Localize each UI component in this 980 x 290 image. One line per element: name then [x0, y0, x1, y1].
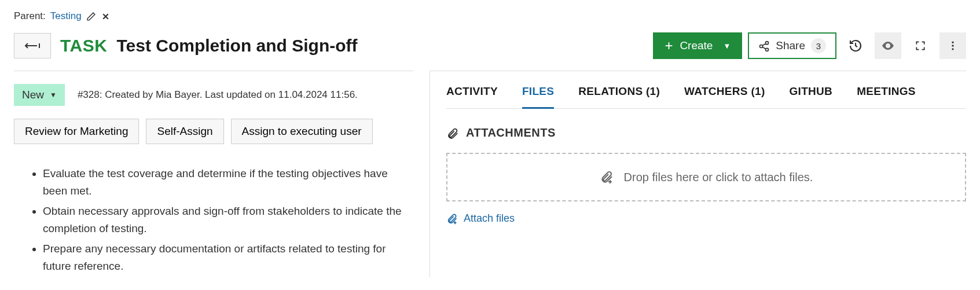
fullscreen-button[interactable] [907, 32, 934, 59]
create-button[interactable]: + Create ▼ [653, 32, 742, 59]
tab-meetings[interactable]: MEETINGS [857, 77, 916, 109]
share-count: 3 [811, 38, 826, 53]
share-button[interactable]: Share 3 [748, 32, 836, 59]
attachments-section: ATTACHMENTS Drop files here or click to … [446, 126, 966, 225]
status-dropdown[interactable]: New ▼ [14, 84, 65, 106]
header-actions: + Create ▼ Share 3 [653, 32, 966, 59]
attach-files-link[interactable]: Attach files [446, 212, 966, 224]
tab-activity[interactable]: ACTIVITY [446, 77, 498, 109]
dropzone[interactable]: Drop files here or click to attach files… [446, 153, 966, 202]
task-title: Test Completion and Sign-off [116, 36, 357, 56]
main-content: New ▼ #328: Created by Mia Bayer. Last u… [14, 71, 966, 277]
description-item: Obtain necessary approvals and sign-off … [43, 203, 413, 238]
history-button[interactable] [842, 32, 869, 59]
svg-point-5 [952, 45, 953, 46]
parent-label: Parent: [14, 10, 46, 22]
svg-point-0 [766, 42, 769, 45]
close-icon[interactable] [101, 12, 111, 21]
svg-point-2 [766, 48, 769, 51]
tab-watchers[interactable]: WATCHERS (1) [684, 77, 765, 109]
parent-link[interactable]: Testing [50, 10, 82, 22]
attach-add-icon [446, 212, 458, 224]
attach-link-text: Attach files [464, 212, 515, 225]
task-type-label: TASK [60, 36, 107, 56]
svg-point-3 [887, 45, 889, 47]
description: Evaluate the test coverage and determine… [14, 165, 413, 275]
svg-point-6 [952, 48, 953, 50]
tabs: ACTIVITY FILES RELATIONS (1) WATCHERS (1… [446, 77, 966, 109]
share-label: Share [776, 39, 805, 52]
attachments-title: ATTACHMENTS [466, 126, 556, 140]
parent-breadcrumb: Parent: Testing [14, 10, 966, 22]
tab-files[interactable]: FILES [522, 77, 554, 109]
attachments-header: ATTACHMENTS [446, 126, 966, 140]
tab-relations[interactable]: RELATIONS (1) [578, 77, 660, 109]
create-label: Create [680, 39, 713, 52]
svg-point-4 [952, 42, 953, 43]
self-assign-button[interactable]: Self-Assign [146, 119, 223, 144]
right-panel: ACTIVITY FILES RELATIONS (1) WATCHERS (1… [430, 71, 966, 277]
svg-point-1 [760, 45, 763, 47]
description-item: Evaluate the test coverage and determine… [43, 165, 413, 200]
meta-text: #328: Created by Mia Bayer. Last updated… [78, 89, 358, 101]
paperclip-icon [446, 126, 459, 140]
watch-button[interactable] [875, 32, 901, 59]
plus-icon: + [665, 38, 673, 54]
edit-icon[interactable] [86, 12, 96, 21]
status-row: New ▼ #328: Created by Mia Bayer. Last u… [14, 84, 413, 106]
review-marketing-button[interactable]: Review for Marketing [14, 119, 139, 144]
back-button[interactable] [14, 33, 51, 58]
attach-add-icon [600, 170, 614, 185]
tab-github[interactable]: GITHUB [790, 77, 833, 109]
caret-down-icon: ▼ [723, 42, 731, 50]
dropzone-text: Drop files here or click to attach files… [624, 171, 813, 184]
left-panel: New ▼ #328: Created by Mia Bayer. Last u… [14, 71, 413, 277]
caret-down-icon: ▼ [50, 91, 57, 99]
share-icon [758, 39, 770, 52]
title-row: TASK Test Completion and Sign-off + Crea… [14, 32, 966, 59]
workflow-actions: Review for Marketing Self-Assign Assign … [14, 119, 413, 144]
more-menu-button[interactable] [939, 32, 966, 59]
assign-executing-button[interactable]: Assign to executing user [231, 119, 373, 144]
status-value: New [22, 89, 44, 101]
description-item: Prepare any necessary documentation or a… [43, 240, 413, 276]
